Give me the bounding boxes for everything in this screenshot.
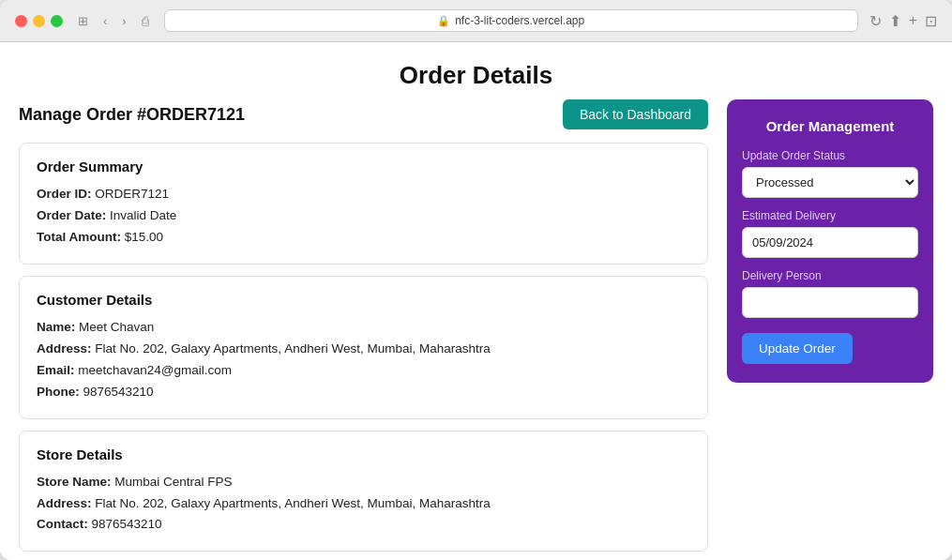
browser-actions: ↻ ⬆ + ⊡: [869, 12, 937, 30]
browser-toolbar: ⊞ ‹ › ⎙ 🔒 nfc-3-lit-coders.vercel.app ↻ …: [0, 0, 952, 42]
customer-details-card: Customer Details Name: Meet Chavan Addre…: [19, 276, 708, 419]
estimated-delivery-label: Estimated Delivery: [742, 209, 918, 222]
customer-phone-value: 9876543210: [83, 385, 154, 399]
lock-icon: 🔒: [437, 15, 450, 27]
order-status-select[interactable]: Pending Processed Shipped Delivered Canc…: [742, 167, 918, 198]
customer-email-value: meetchavan24@gmail.com: [78, 363, 232, 377]
estimated-delivery-input[interactable]: [742, 227, 918, 258]
customer-phone-row: Phone: 9876543210: [37, 382, 690, 403]
main-content: Manage Order #ORDER7121 Back to Dashboar…: [19, 99, 708, 560]
delivery-person-label: Delivery Person: [742, 269, 918, 282]
order-management-sidebar: Order Management Update Order Status Pen…: [727, 99, 933, 383]
minimize-button[interactable]: [33, 15, 45, 27]
customer-email-row: Email: meetchavan24@gmail.com: [37, 360, 690, 382]
order-date-value: Invalid Date: [110, 208, 176, 222]
total-amount-label: Total Amount:: [37, 230, 121, 244]
store-name-value: Mumbai Central FPS: [114, 475, 232, 489]
store-name-row: Store Name: Mumbai Central FPS: [37, 472, 690, 493]
store-contact-row: Contact: 9876543210: [37, 514, 690, 536]
share-icon[interactable]: ⎙: [138, 12, 153, 30]
url-text: nfc-3-lit-coders.vercel.app: [455, 14, 584, 27]
maximize-button[interactable]: [51, 15, 63, 27]
store-details-card: Store Details Store Name: Mumbai Central…: [19, 431, 708, 552]
address-bar[interactable]: 🔒 nfc-3-lit-coders.vercel.app: [164, 9, 858, 32]
order-id-value: ORDER7121: [95, 187, 169, 201]
update-order-status-label: Update Order Status: [742, 149, 918, 162]
sidebar-title: Order Management: [742, 118, 918, 134]
order-date-label: Order Date:: [37, 208, 106, 222]
close-button[interactable]: [15, 15, 27, 27]
reload-icon[interactable]: ↻: [869, 12, 882, 30]
back-to-dashboard-button[interactable]: Back to Dashboard: [563, 99, 708, 129]
customer-name-label: Name:: [37, 320, 75, 334]
store-address-row: Address: Flat No. 202, Galaxy Apartments…: [37, 493, 690, 515]
total-amount-row: Total Amount: $15.00: [37, 227, 690, 249]
extensions-icon[interactable]: ⊡: [925, 12, 937, 30]
customer-address-row: Address: Flat No. 202, Galaxy Apartments…: [37, 339, 690, 360]
top-bar: Manage Order #ORDER7121 Back to Dashboar…: [19, 99, 708, 129]
order-id-label: Order ID:: [37, 187, 92, 201]
update-order-button[interactable]: Update Order: [742, 333, 853, 364]
nav-forward-icon[interactable]: ›: [118, 12, 129, 30]
total-amount-value: $15.00: [125, 230, 163, 244]
customer-name-row: Name: Meet Chavan: [37, 317, 690, 339]
download-icon[interactable]: ⬆: [889, 12, 901, 30]
browser-window: ⊞ ‹ › ⎙ 🔒 nfc-3-lit-coders.vercel.app ↻ …: [0, 0, 952, 560]
order-summary-title: Order Summary: [37, 159, 690, 174]
order-date-row: Order Date: Invalid Date: [37, 205, 690, 227]
customer-name-value: Meet Chavan: [79, 320, 154, 334]
order-summary-card: Order Summary Order ID: ORDER7121 Order …: [19, 143, 708, 265]
order-id-row: Order ID: ORDER7121: [37, 184, 690, 205]
customer-address-value: Flat No. 202, Galaxy Apartments, Andheri…: [95, 341, 490, 356]
browser-controls: ⊞ ‹ › ⎙: [74, 12, 153, 30]
store-details-title: Store Details: [37, 446, 690, 462]
customer-address-label: Address:: [37, 341, 92, 356]
store-contact-label: Contact:: [37, 517, 88, 531]
traffic-lights: [15, 15, 63, 27]
store-address-label: Address:: [37, 496, 92, 510]
page-body: Manage Order #ORDER7121 Back to Dashboar…: [0, 99, 952, 560]
window-icon[interactable]: ⊞: [74, 12, 92, 30]
customer-phone-label: Phone:: [37, 385, 80, 399]
page-title: Order Details: [0, 42, 952, 99]
delivery-person-input[interactable]: [742, 287, 918, 318]
browser-content: Order Details Manage Order #ORDER7121 Ba…: [0, 42, 952, 560]
manage-order-title: Manage Order #ORDER7121: [19, 105, 245, 125]
nav-back-icon[interactable]: ‹: [99, 12, 111, 30]
customer-email-label: Email:: [37, 363, 75, 377]
customer-details-title: Customer Details: [37, 292, 690, 308]
store-address-value: Flat No. 202, Galaxy Apartments, Andheri…: [95, 496, 490, 510]
plus-icon[interactable]: +: [909, 12, 917, 30]
store-name-label: Store Name:: [37, 475, 112, 489]
store-contact-value: 9876543210: [92, 517, 162, 531]
